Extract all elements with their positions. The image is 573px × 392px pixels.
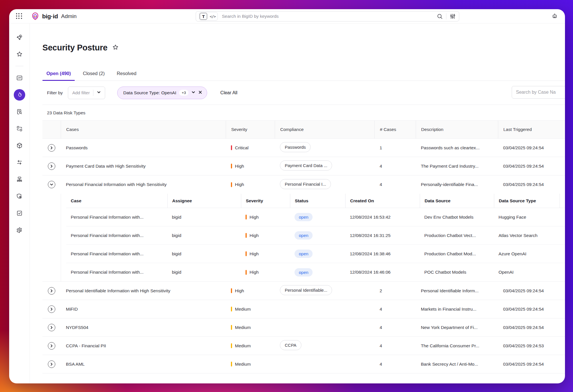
table-row[interactable]: MiFID Medium 4 Markets in Financial Inst… [42, 300, 565, 318]
tab-open[interactable]: Open (490) [42, 68, 75, 81]
sub-column-data-source-type[interactable]: Data Source Type [494, 194, 560, 208]
add-filter-dropdown[interactable]: Add filter [68, 87, 105, 99]
sidebar-item-reports[interactable] [14, 106, 25, 117]
app-window: big·id Admin T </> Search in BigID by ke… [9, 9, 565, 383]
compliance-chip: Payment Card Data ... [280, 160, 332, 170]
sidebar-item-classification[interactable] [14, 123, 25, 134]
column-header-last-triggered[interactable]: Last Triggered [498, 121, 565, 138]
created-on-cell: 12/08/2024 16:46:06 [345, 270, 420, 275]
sub-column-created-on[interactable]: Created On [345, 194, 420, 208]
expand-column-header [42, 121, 61, 138]
last-triggered-cell: 03/04/2025 09:24:54 [498, 362, 565, 367]
collapse-row-button[interactable] [48, 181, 55, 188]
data-source-cell: Production Chatbot Mod... [420, 251, 494, 256]
expand-row-button[interactable] [48, 360, 55, 368]
sidebar-item-data-flows[interactable] [14, 157, 25, 168]
apps-grid-icon[interactable] [16, 13, 22, 19]
expand-row-button[interactable] [48, 144, 55, 152]
severity-bar [246, 233, 247, 238]
text-search-toggle[interactable]: T [200, 13, 207, 20]
sidebar-item-favorites[interactable] [14, 48, 25, 60]
column-header-num-cases[interactable]: # Cases [374, 121, 416, 138]
add-filter-divider [93, 90, 93, 96]
num-cases-cell: 2 [374, 288, 416, 293]
tab-resolved[interactable]: Resolved [113, 68, 140, 81]
severity-label: High [235, 288, 244, 293]
expand-row-button[interactable] [48, 305, 55, 313]
case-name-cell: Personal Identifiable Information with H… [61, 288, 226, 293]
checkbox-icon [16, 210, 23, 217]
sidebar-item-catalog[interactable] [14, 140, 25, 151]
case-row[interactable]: Personal Financial Information with... b… [66, 226, 565, 245]
main-content: Security Posture Open (490) Closed (2) R… [30, 23, 565, 383]
sidebar-divider [15, 66, 23, 66]
severity-label: High [250, 251, 259, 256]
column-header-severity[interactable]: Severity [226, 121, 275, 138]
document-search-icon [16, 108, 23, 115]
table-row[interactable]: Personal Financial Information with High… [42, 175, 565, 194]
tab-closed[interactable]: Closed (2) [79, 68, 109, 81]
sidebar-item-remediation[interactable] [14, 191, 25, 202]
case-name-cell: Personal Financial Information with High… [61, 182, 226, 187]
sidebar-item-tasks[interactable] [14, 207, 25, 219]
sub-column-severity[interactable]: Severity [241, 194, 290, 208]
severity-bar [231, 362, 232, 366]
severity-bar [246, 251, 247, 256]
expand-row-button[interactable] [48, 324, 55, 331]
created-on-cell: 12/08/2024 16:31:25 [345, 233, 420, 238]
compliance-chip: Passwords [280, 142, 311, 152]
case-row[interactable]: Personal Financial Information with... b… [66, 245, 565, 263]
query-search-toggle[interactable]: </> [208, 14, 217, 19]
blocks-icon [16, 125, 23, 132]
sub-column-status[interactable]: Status [290, 194, 345, 208]
sidebar-item-getting-started[interactable] [14, 32, 25, 43]
table-row[interactable]: Passwords Critical Passwords 1 Passwords… [42, 139, 565, 157]
sidebar-item-dashboard[interactable] [14, 72, 25, 84]
severity-bar [231, 145, 232, 150]
status-badge: open [295, 250, 313, 258]
table-row[interactable]: CCPA - Financial PII Medium CCPA 4 The C… [42, 337, 565, 355]
case-row[interactable]: Personal Financial Information with... b… [66, 208, 565, 226]
table-row[interactable]: BSA AML Medium 4 Bank Secrecy Act / Anti… [42, 355, 565, 373]
last-triggered-cell: 03/04/2025 09:24:53 [498, 343, 565, 348]
swap-arrows-icon [16, 159, 23, 166]
global-search-bar[interactable]: T </> Search in BigID by keywords [196, 11, 459, 21]
severity-label: Medium [235, 307, 251, 312]
sub-table-header: Case Assignee Severity Status Created On… [66, 194, 565, 208]
active-filter-chip[interactable]: Data Source Type: OpenAI +3 [117, 87, 207, 99]
case-name-search-input[interactable]: Search by Case Na [512, 86, 565, 99]
flame-icon [16, 91, 23, 98]
chevron-down-icon[interactable] [97, 90, 101, 95]
sidebar-item-settings[interactable] [14, 224, 25, 236]
star-icon [16, 51, 23, 58]
chevron-down-icon[interactable] [191, 90, 195, 95]
sliders-icon[interactable] [449, 13, 456, 20]
severity-bar [231, 164, 232, 168]
column-header-compliance[interactable]: Compliance [275, 121, 374, 138]
column-header-cases[interactable]: Cases [61, 121, 226, 138]
expand-row-button[interactable] [48, 287, 55, 295]
filter-bar: Filter by Add filter Data Source Type: O… [42, 81, 565, 105]
table-row[interactable]: Personal Identifiable Information with H… [42, 282, 565, 300]
sub-column-case[interactable]: Case [66, 194, 167, 208]
search-icon[interactable] [436, 13, 443, 20]
expand-row-button[interactable] [48, 162, 55, 170]
sub-column-data-source[interactable]: Data Source [420, 194, 494, 208]
sidebar-item-security-posture[interactable] [14, 89, 25, 101]
table-row[interactable]: NYDFS504 Medium 4 New York Department of… [42, 318, 565, 337]
column-header-description[interactable]: Description [416, 121, 498, 138]
favorite-star-icon[interactable] [112, 44, 119, 52]
last-triggered-cell: 03/04/2025 09:24:54 [498, 307, 565, 312]
compliance-chip: CCPA [280, 340, 301, 350]
assignee-cell: bigid [167, 215, 241, 220]
expand-row-button[interactable] [48, 342, 55, 350]
case-row[interactable]: Personal Financial Information with... b… [66, 263, 565, 281]
data-source-type-cell: Azure OpenAI [494, 251, 560, 256]
close-icon[interactable] [198, 90, 202, 95]
search-input[interactable]: Search in BigID by keywords [222, 14, 436, 19]
bot-icon[interactable] [551, 13, 558, 19]
sub-column-assignee[interactable]: Assignee [167, 194, 241, 208]
table-row[interactable]: Payment Card Data with High Sensitivity … [42, 157, 565, 175]
sidebar-item-hierarchy[interactable] [14, 174, 25, 185]
clear-all-button[interactable]: Clear All [220, 90, 238, 95]
